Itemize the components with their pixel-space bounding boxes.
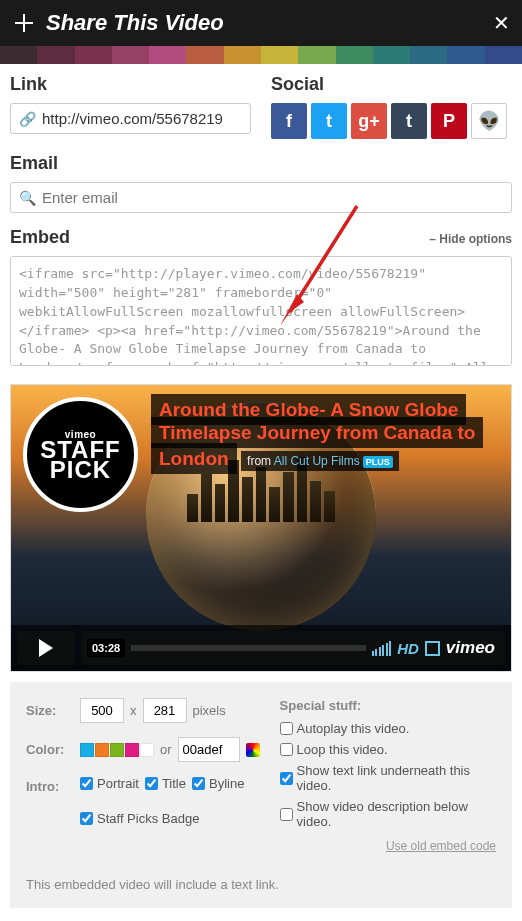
intro-label: Intro: [26,779,74,794]
autoplay-checkbox[interactable]: Autoplay this video. [280,721,496,736]
size-row: Size: x pixels [26,698,260,723]
social-section: Social ftg+tP👽 [271,74,512,139]
special-label: Special stuff: [280,698,496,713]
googleplus-icon[interactable]: g+ [351,103,387,139]
hex-input[interactable] [178,737,240,762]
tumblr-icon[interactable]: t [391,103,427,139]
color-swatch[interactable] [140,743,154,757]
width-input[interactable] [80,698,124,723]
player-controls: 03:28 HD vimeo [11,625,511,671]
link-label: Link [10,74,251,95]
twitter-icon[interactable]: t [311,103,347,139]
color-picker-icon[interactable] [246,743,260,757]
search-icon: 🔍 [19,190,36,206]
volume-icon[interactable] [372,640,392,656]
from-prefix: from [247,454,274,468]
duration-badge: 03:28 [87,639,125,657]
footer-note: This embedded video will include a text … [26,877,496,892]
size-x: x [130,703,137,718]
intro-row: Intro: Portrait Title Byline [26,776,260,797]
title-checkbox[interactable]: Title [145,776,186,791]
share-icon [12,11,36,35]
loop-checkbox[interactable]: Loop this video. [280,742,496,757]
use-old-embed-link[interactable]: Use old embed code [280,839,496,853]
color-swatch[interactable] [110,743,124,757]
link-section: Link 🔗 [10,74,251,139]
pinterest-icon[interactable]: P [431,103,467,139]
close-icon[interactable]: ✕ [493,11,510,35]
staff-badge-row: Staff Picks Badge [80,811,260,832]
vimeo-logo[interactable]: vimeo [446,638,495,658]
play-button[interactable] [17,631,75,665]
progress-bar[interactable] [131,645,366,651]
embed-code-textarea[interactable] [10,256,512,366]
height-input[interactable] [143,698,187,723]
link-input[interactable] [42,110,242,127]
progress-wrap[interactable]: 03:28 HD vimeo [81,631,505,665]
badge-pick: PICK [50,460,111,480]
link-box[interactable]: 🔗 [10,103,251,134]
embed-options-panel: Size: x pixels Color: or Intro: Portrait [10,682,512,908]
video-author-link[interactable]: All Cut Up Films [274,454,360,468]
video-meta: Around the Globe- A Snow Globe Timelapse… [151,399,497,471]
embed-label: Embed [10,227,70,248]
email-box[interactable]: 🔍 [10,182,512,213]
hide-options-link[interactable]: – Hide options [429,232,512,246]
color-label: Color: [26,742,74,757]
hd-toggle[interactable]: HD [397,640,419,657]
color-row: Color: or [26,737,260,762]
play-icon [39,639,53,657]
facebook-icon[interactable]: f [271,103,307,139]
color-strip [0,46,522,64]
fullscreen-icon[interactable] [425,641,440,656]
description-checkbox[interactable]: Show video description below video. [280,799,496,829]
video-byline: from All Cut Up FilmsPLUS [241,451,399,471]
color-swatch[interactable] [125,743,139,757]
color-swatch[interactable] [80,743,94,757]
size-suffix: pixels [193,703,226,718]
dialog-title: Share This Video [46,10,224,36]
dialog-title-wrap: Share This Video [12,10,224,36]
dialog-header: Share This Video ✕ [0,0,522,46]
embed-section: Embed – Hide options [10,227,512,370]
staff-badge-checkbox[interactable]: Staff Picks Badge [80,811,199,826]
byline-checkbox[interactable]: Byline [192,776,244,791]
staff-pick-badge: vimeo STAFF PICK [23,397,138,512]
textlink-checkbox[interactable]: Show text link underneath this video. [280,763,496,793]
email-input[interactable] [42,189,503,206]
portrait-checkbox[interactable]: Portrait [80,776,139,791]
size-label: Size: [26,703,74,718]
social-label: Social [271,74,512,95]
email-section: Email 🔍 [10,153,512,213]
color-swatch[interactable] [95,743,109,757]
reddit-icon[interactable]: 👽 [471,103,507,139]
plus-badge: PLUS [363,456,393,468]
color-or: or [160,742,172,757]
link-icon: 🔗 [19,111,36,127]
email-label: Email [10,153,512,174]
video-player-preview: vimeo STAFF PICK Around the Globe- A Sno… [10,384,512,672]
